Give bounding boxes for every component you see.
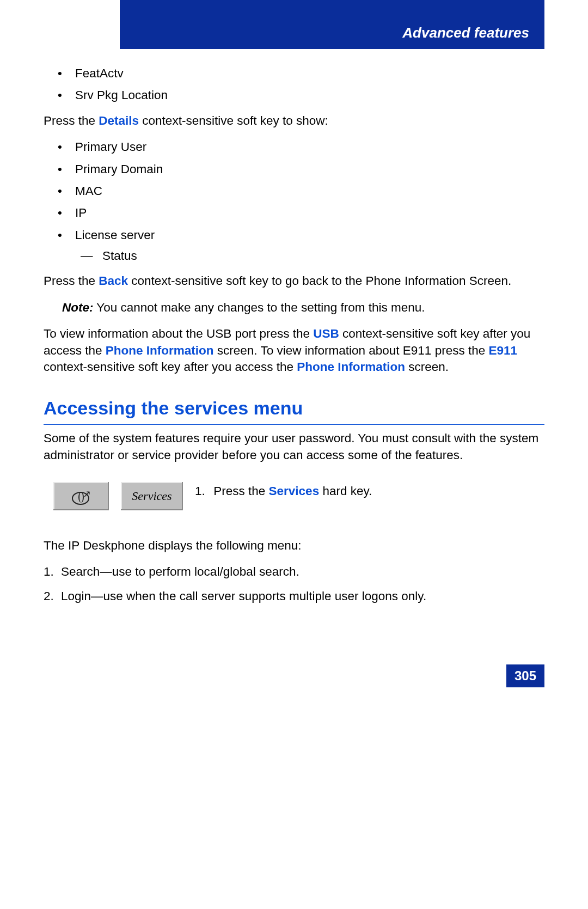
menu-intro: The IP Deskphone displays the following … xyxy=(44,538,544,554)
phone-info-key: Phone Information xyxy=(106,344,214,357)
page-header: Advanced features xyxy=(120,0,544,49)
text-fragment: To view information about the USB port p… xyxy=(44,327,313,340)
text-fragment: hard key. xyxy=(319,484,372,498)
list-item: MAC xyxy=(44,183,544,199)
step-row: ↗ Services 1. Press the Services hard ke… xyxy=(53,482,544,510)
text-fragment: Press the xyxy=(213,484,268,498)
list-item: Srv Pkg Location xyxy=(44,87,544,103)
intro-para: Some of the system features require your… xyxy=(44,430,544,463)
note-label: Note: xyxy=(62,301,94,314)
services-key: Services xyxy=(269,484,320,498)
text-fragment: Press the xyxy=(44,274,99,288)
text-fragment: screen. To view information about E911 p… xyxy=(214,344,489,357)
list-item: Search—use to perform local/global searc… xyxy=(44,564,544,580)
list-item-label: License server xyxy=(75,228,155,242)
note-text: You cannot make any changes to the setti… xyxy=(94,301,425,314)
step-number: 1. xyxy=(195,483,210,499)
usb-para: To view information about the USB port p… xyxy=(44,326,544,375)
list-item: Primary Domain xyxy=(44,161,544,178)
list-item: License server Status xyxy=(44,227,544,265)
page-number: 305 xyxy=(506,664,544,687)
back-sentence: Press the Back context-sensitive soft ke… xyxy=(44,273,544,289)
phone-info-key: Phone Information xyxy=(297,360,405,374)
usb-key: USB xyxy=(313,327,339,340)
menu-list: Search—use to perform local/global searc… xyxy=(44,564,544,605)
e911-key: E911 xyxy=(488,344,517,357)
text-fragment: context-sensitive soft key to go back to… xyxy=(128,274,511,288)
list-item: Primary User xyxy=(44,139,544,155)
text-fragment: Press the xyxy=(44,114,99,127)
details-list: Primary User Primary Domain MAC IP Licen… xyxy=(44,139,544,264)
globe-icon-button: ↗ xyxy=(53,482,109,510)
text-fragment: context-sensitive soft key to show: xyxy=(139,114,328,127)
list-item: Login—use when the call server supports … xyxy=(44,588,544,605)
step-text: 1. Press the Services hard key. xyxy=(195,482,544,499)
list-item: IP xyxy=(44,205,544,221)
section-heading: Accessing the services menu xyxy=(44,396,544,425)
sub-list: Status xyxy=(75,248,544,264)
note-para: Note: You cannot make any changes to the… xyxy=(62,300,544,316)
services-label: Services xyxy=(132,488,171,504)
header-title: Advanced features xyxy=(402,25,529,41)
text-fragment: context-sensitive soft key after you acc… xyxy=(44,360,297,374)
top-bullet-list: FeatActv Srv Pkg Location xyxy=(44,65,544,104)
page-content: FeatActv Srv Pkg Location Press the Deta… xyxy=(44,65,544,605)
details-sentence: Press the Details context-sensitive soft… xyxy=(44,113,544,129)
list-item: FeatActv xyxy=(44,65,544,82)
list-item: Status xyxy=(75,248,544,264)
text-fragment: screen. xyxy=(405,360,449,374)
back-key: Back xyxy=(99,274,128,288)
services-icon-button: Services xyxy=(121,482,183,510)
globe-arrow-icon: ↗ xyxy=(72,489,90,504)
details-key: Details xyxy=(99,114,139,127)
